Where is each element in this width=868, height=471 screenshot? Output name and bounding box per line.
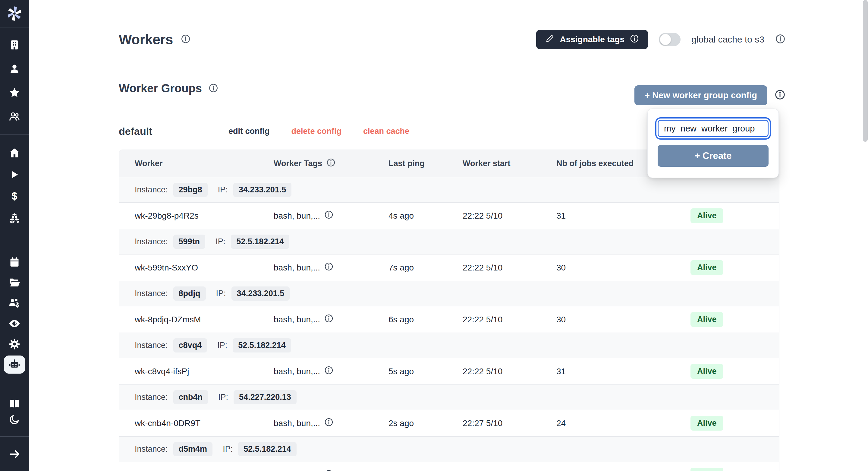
sidebar-item-folders[interactable] <box>0 273 29 292</box>
toggle-knob <box>660 34 671 45</box>
ip-label: IP: <box>223 444 233 454</box>
sidebar-item-runs[interactable] <box>0 165 29 184</box>
ip-label: IP: <box>216 237 225 246</box>
instance-id-badge: 599tn <box>173 235 206 249</box>
worker-row: wk-29bg8-p4R2s bash, bun,... 4s ago 22:2… <box>119 202 779 229</box>
book-open-icon <box>9 398 20 410</box>
worker-jobs: 31 <box>556 367 683 376</box>
user-group-icon <box>9 111 20 122</box>
sidebar-expand[interactable] <box>0 444 29 464</box>
edit-config-link[interactable]: edit config <box>228 127 270 136</box>
global-cache-info-icon[interactable] <box>775 34 785 45</box>
assignable-tags-info-icon[interactable] <box>630 34 639 45</box>
workers-info-icon[interactable] <box>181 34 190 45</box>
ip-label: IP: <box>216 289 226 298</box>
windmill-logo[interactable] <box>0 0 29 27</box>
sidebar: $ <box>0 0 29 471</box>
worker-tags-row-info-icon[interactable] <box>324 470 333 471</box>
instance-label: Instance: <box>135 237 168 246</box>
sidebar-item-schedules[interactable] <box>0 253 29 272</box>
scrollbar-thumb[interactable] <box>863 0 868 142</box>
worker-groups-info-icon[interactable] <box>209 83 218 94</box>
sidebar-item-favorites[interactable] <box>0 83 29 102</box>
instance-ip-badge: 52.5.182.214 <box>238 442 297 456</box>
new-worker-group-popover: + Create <box>647 109 779 178</box>
status-badge: Alive <box>690 208 723 223</box>
worker-row: wk-cnb4n-0DR9T bash, bun,... 2s ago 22:2… <box>119 410 779 436</box>
sidebar-item-docs[interactable] <box>0 396 29 412</box>
worker-tags-row-info-icon[interactable] <box>324 262 333 273</box>
worker-start: 22:22 5/10 <box>463 367 556 376</box>
dollar-icon: $ <box>9 190 20 202</box>
instance-ip-badge: 52.5.182.214 <box>231 235 289 249</box>
sidebar-item-settings[interactable] <box>0 334 29 354</box>
instance-ip-badge: 54.227.220.13 <box>234 390 297 404</box>
instance-id-badge: 8pdjq <box>173 287 206 301</box>
worker-jobs: 24 <box>556 418 683 428</box>
worker-last-ping: 2s ago <box>389 418 463 428</box>
worker-start: 22:22 5/10 <box>463 315 556 324</box>
worker-name: wk-8pdjq-DZmsM <box>135 315 274 324</box>
sidebar-item-user[interactable] <box>0 59 29 79</box>
instance-label: Instance: <box>135 444 168 454</box>
worker-name: wk-29bg8-p4R2s <box>135 211 274 221</box>
instance-ip-badge: 34.233.201.5 <box>231 287 290 301</box>
create-worker-group-button[interactable]: + Create <box>658 145 769 167</box>
pen-icon <box>545 34 554 45</box>
worker-tags-info-icon[interactable] <box>327 158 336 169</box>
global-cache-toggle[interactable] <box>659 33 681 46</box>
worker-start: 22:22 5/10 <box>463 263 556 273</box>
new-worker-group-config-button[interactable]: + New worker group config <box>634 85 767 105</box>
sidebar-item-workspace[interactable] <box>0 35 29 55</box>
worker-groups-heading: Worker Groups <box>119 82 202 95</box>
sidebar-item-variables[interactable]: $ <box>0 187 29 206</box>
home-icon <box>9 147 20 158</box>
sidebar-item-workers-admins[interactable] <box>0 293 29 313</box>
worker-tags: bash, bun,... <box>274 315 320 324</box>
sidebar-item-resources[interactable] <box>0 208 29 228</box>
worker-tags-row-info-icon[interactable] <box>324 314 333 325</box>
instance-ip-badge: 52.5.182.214 <box>233 338 291 353</box>
worker-tags: bash, bun,... <box>274 211 320 221</box>
instance-label: Instance: <box>135 392 168 402</box>
sidebar-item-audit-logs[interactable] <box>0 314 29 333</box>
sidebar-item-workers[interactable] <box>0 355 29 374</box>
assignable-tags-button[interactable]: Assignable tags <box>536 30 648 49</box>
instance-row: Instance: 599tn IP: 52.5.182.214 <box>119 229 779 254</box>
star-icon <box>9 87 20 98</box>
page-title: Workers <box>119 31 173 48</box>
worker-row: wk-c8vq4-ifsPj bash, bun,... 5s ago 22:2… <box>119 358 779 384</box>
worker-group-name-input[interactable] <box>658 120 769 137</box>
worker-jobs: 30 <box>556 263 683 273</box>
delete-config-link[interactable]: delete config <box>291 127 342 136</box>
new-worker-group-info-icon[interactable] <box>775 89 785 101</box>
col-header-last-ping: Last ping <box>389 159 463 168</box>
instance-label: Instance: <box>135 341 168 350</box>
worker-tags-row-info-icon[interactable] <box>324 210 333 221</box>
worker-name: wk-599tn-SxxYO <box>135 263 274 273</box>
users-gear-icon <box>8 297 21 309</box>
col-header-worker: Worker <box>135 159 274 168</box>
instance-row: Instance: 8pdjq IP: 34.233.201.5 <box>119 281 779 306</box>
instance-label: Instance: <box>135 185 168 195</box>
main-content: Workers Assignable tags global cache to … <box>29 0 868 471</box>
worker-tags: bash, bun,... <box>274 418 320 428</box>
sidebar-item-home[interactable] <box>0 143 29 163</box>
instance-row: Instance: cnb4n IP: 54.227.220.13 <box>119 384 779 410</box>
worker-tags-row-info-icon[interactable] <box>324 418 333 429</box>
instance-id-badge: cnb4n <box>173 390 208 404</box>
sidebar-item-dark-mode[interactable] <box>0 412 29 427</box>
worker-tags-row-info-icon[interactable] <box>324 366 333 377</box>
worker-table-body: Instance: 29bg8 IP: 34.233.201.5 wk-29bg… <box>119 177 779 471</box>
instance-row: Instance: c8vq4 IP: 52.5.182.214 <box>119 332 779 358</box>
sidebar-item-groups[interactable] <box>0 107 29 126</box>
worker-tags: bash, bun,... <box>274 367 320 376</box>
clean-cache-link[interactable]: clean cache <box>363 127 409 136</box>
page-scrollbar[interactable] <box>863 0 868 471</box>
windmill-logo-icon <box>7 6 22 22</box>
status-badge: Alive <box>690 416 723 431</box>
col-header-worker-tags: Worker Tags <box>274 159 322 168</box>
group-name: default <box>119 125 228 137</box>
sidebar-divider <box>0 135 29 135</box>
worker-start: 22:22 5/10 <box>463 211 556 221</box>
